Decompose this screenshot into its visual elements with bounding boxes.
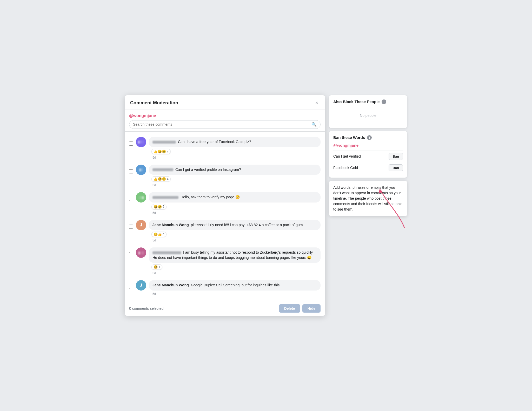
reaction-badge-4: 😆👍 4 (151, 232, 167, 237)
comment-content-1: Can i have a free year of Facebook Gold … (149, 137, 321, 159)
comment-checkbox-6[interactable] (129, 285, 133, 289)
comment-bubble-1: Can i have a free year of Facebook Gold … (149, 137, 321, 147)
comment-moderation-modal: Comment Moderation × @wongmjane 🔍 (125, 95, 325, 316)
comment-bubble-6: Jane Manchun Wong Google Duplex Call Scr… (149, 280, 321, 291)
modal-footer: 0 comments selected Delete Hide (125, 301, 325, 316)
footer-actions: Delete Hide (279, 304, 321, 313)
tooltip-text: Add words, phrases or emojis that you do… (333, 185, 402, 211)
comment-time-4: 5d (149, 239, 321, 242)
delete-button[interactable]: Delete (279, 304, 300, 313)
comment-item: J Jane Manchun Wong plsssssss! i rly nee… (125, 217, 325, 245)
comment-item: ▓▒░ Can i have a free year of Facebook G… (125, 134, 325, 162)
avatar-5: ▓░▒ (136, 247, 146, 258)
ban-row-2: Facebook Gold Ban (333, 162, 403, 173)
modal-wrapper: Comment Moderation × @wongmjane 🔍 (125, 95, 407, 316)
comment-text-3: Hello, ask them to verify my page 😀 (181, 195, 240, 199)
comment-content-5: I am busy telling my assistant not to re… (149, 247, 321, 275)
comment-checkbox-5[interactable] (129, 252, 133, 256)
modal-header: Comment Moderation × (125, 95, 325, 110)
tooltip-panel: Add words, phrases or emojis that you do… (329, 181, 407, 216)
comment-reactions-2: 👍😆😢 4 (149, 176, 321, 182)
author-name-4: Jane Manchun Wong (152, 223, 189, 227)
ban-words-header: Ban these Words i (333, 135, 403, 140)
close-button[interactable]: × (314, 99, 320, 106)
ban-words-info-icon[interactable]: i (367, 135, 372, 140)
username-label: @wongmjane (129, 113, 321, 118)
footer-count: 0 comments selected (129, 306, 163, 311)
comment-reactions-5: 😆 1 (149, 264, 321, 270)
comment-checkbox-3[interactable] (129, 197, 133, 201)
reaction-badge-5: 😆 1 (151, 264, 162, 270)
search-area: @wongmjane 🔍 (125, 110, 325, 132)
ban-words-panel: Ban these Words i @wongmjane Can I get v… (329, 131, 407, 178)
author-name-6: Jane Manchun Wong (152, 283, 189, 287)
comment-content-3: Hello, ask them to verify my page 😀 😆😢 5… (149, 192, 321, 215)
comment-content-4: Jane Manchun Wong plsssssss! i rly need … (149, 220, 321, 242)
comment-time-6: 5d (149, 292, 321, 296)
comment-item: ░▒▓ Hello, ask them to verify my page 😀 … (125, 190, 325, 217)
no-people-label: No people (333, 107, 403, 124)
comment-content-2: Can I get a verified profile on Instagra… (149, 165, 321, 187)
also-block-header: Also Block These People i (333, 99, 403, 104)
modal-body: @wongmjane 🔍 ▓▒░ (125, 110, 325, 316)
comment-bubble-2: Can I get a verified profile on Instagra… (149, 165, 321, 175)
comment-text-4: plsssssss! i rly need it!!! i can pay u … (191, 223, 303, 227)
ban-phrase-1: Can I get verified (333, 154, 361, 158)
comment-bubble-3: Hello, ask them to verify my page 😀 (149, 192, 321, 203)
ban-username: @wongmjane (333, 143, 403, 147)
comment-text-2: Can I get a verified profile on Instagra… (175, 167, 241, 172)
reaction-badge-2: 👍😆😢 4 (151, 176, 171, 182)
comment-reactions-3: 😆😢 5 (149, 204, 321, 210)
avatar-4: J (136, 220, 146, 230)
hide-button[interactable]: Hide (302, 304, 321, 313)
search-box: 🔍 (129, 120, 321, 129)
avatar-3: ░▒▓ (136, 192, 146, 203)
ban-row-1: Can I get verified Ban (333, 151, 403, 162)
comment-item: ▓▒ Can I get a verified profile on Insta… (125, 162, 325, 190)
ban-words-title: Ban these Words (333, 135, 365, 140)
avatar-2: ▓▒ (136, 165, 146, 175)
comment-item: ▓░▒ I am busy telling my assistant not t… (125, 245, 325, 278)
also-block-info-icon[interactable]: i (382, 99, 386, 104)
comment-item: J Jane Manchun Wong Google Duplex Call S… (125, 278, 325, 298)
comment-text-1: Can i have a free year of Facebook Gold … (178, 140, 251, 144)
modal-title: Comment Moderation (130, 100, 178, 106)
ban-button-2[interactable]: Ban (389, 164, 403, 171)
comment-checkbox-1[interactable] (129, 142, 133, 146)
avatar-6: J (136, 280, 146, 291)
right-panels: Also Block These People i No people Ban … (329, 95, 407, 216)
also-block-panel: Also Block These People i No people (329, 95, 407, 128)
comments-list: ▓▒░ Can i have a free year of Facebook G… (125, 132, 325, 301)
ban-button-1[interactable]: Ban (389, 153, 403, 160)
comment-time-3: 5d (149, 211, 321, 215)
comment-time-5: 5d (149, 271, 321, 275)
reaction-badge-3: 😆😢 5 (151, 204, 167, 210)
comment-content-6: Jane Manchun Wong Google Duplex Call Scr… (149, 280, 321, 296)
comment-reactions-4: 😆👍 4 (149, 232, 321, 237)
comment-text-6: Google Duplex Call Screening, but for in… (191, 283, 280, 287)
search-input[interactable] (133, 122, 311, 126)
also-block-title: Also Block These People (333, 99, 380, 104)
reaction-badge-1: 👍😆😢 7 (151, 149, 171, 154)
comments-section: @wongmjane 🔍 ▓▒░ (125, 110, 325, 316)
search-icon: 🔍 (311, 122, 317, 127)
comment-bubble-4: Jane Manchun Wong plsssssss! i rly need … (149, 220, 321, 230)
comment-bubble-5: I am busy telling my assistant not to re… (149, 247, 321, 263)
comment-time-1: 5d (149, 156, 321, 159)
comment-checkbox-4[interactable] (129, 225, 133, 229)
avatar-1: ▓▒░ (136, 137, 146, 147)
comment-checkbox-2[interactable] (129, 169, 133, 173)
comment-reactions-1: 👍😆😢 7 (149, 149, 321, 154)
comment-time-2: 5d (149, 183, 321, 187)
ban-phrase-2: Facebook Gold (333, 166, 358, 170)
